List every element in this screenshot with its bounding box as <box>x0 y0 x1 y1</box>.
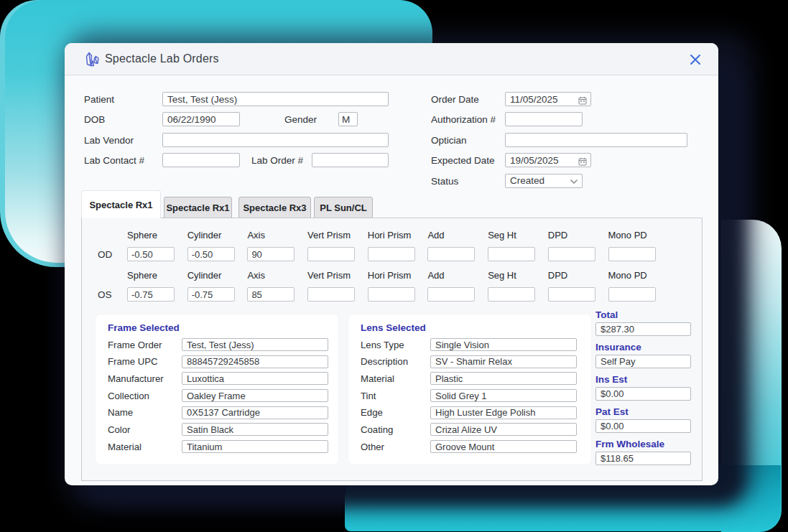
frame-upc-label: Frame UPC <box>108 356 182 367</box>
frm-wholesale-input[interactable] <box>595 452 691 465</box>
frame-color-label: Color <box>108 424 182 435</box>
rx-col-header: Hori Prism <box>368 230 428 241</box>
os-cylinder-input[interactable] <box>187 287 235 302</box>
rx-col-header: DPD <box>548 270 608 281</box>
lens-coating-input[interactable] <box>430 423 577 436</box>
gender-label: Gender <box>284 113 317 126</box>
page-title: Spectacle Lab Orders <box>105 52 219 65</box>
lab-vendor-input[interactable] <box>162 133 389 147</box>
frame-manufacturer-label: Manufacturer <box>108 373 182 384</box>
patient-label: Patient <box>84 93 114 106</box>
rx-col-header: Vert Prism <box>307 230 368 241</box>
total-label: Total <box>595 309 691 320</box>
tab-pl-sun-cl[interactable]: PL Sun/CL <box>314 197 373 218</box>
od-dpd-input[interactable] <box>548 247 595 261</box>
lens-edge-input[interactable] <box>430 406 577 419</box>
rx-col-header: Seg Ht <box>488 230 548 241</box>
frame-selected-title: Frame Selected <box>108 322 180 333</box>
frame-color-row: Color <box>108 423 327 436</box>
insurance-input[interactable] <box>595 355 691 368</box>
os-mono-pd-input[interactable] <box>608 287 656 302</box>
tab-spectacle-rx3[interactable]: Spectacle Rx3 <box>238 197 311 218</box>
os-dpd-input[interactable] <box>548 287 595 302</box>
lens-tint-input[interactable] <box>430 389 577 402</box>
lab-order-input[interactable] <box>312 153 389 167</box>
os-hori-prism-input[interactable] <box>368 287 415 302</box>
dob-label: DOB <box>84 113 105 126</box>
frame-name-label: Name <box>108 407 182 418</box>
os-axis-input[interactable] <box>247 287 295 302</box>
rx-col-header: Mono PD <box>608 270 669 281</box>
status-select[interactable]: Created <box>505 174 583 188</box>
rx-od-header-row: Sphere Cylinder Axis Vert Prism Hori Pri… <box>96 230 668 241</box>
od-axis-input[interactable] <box>247 247 295 261</box>
rx-col-header: Add <box>427 270 488 281</box>
authorization-label: Authorization # <box>431 113 496 126</box>
os-seg-ht-input[interactable] <box>488 287 535 302</box>
od-vert-prism-input[interactable] <box>307 247 355 261</box>
patient-input[interactable] <box>162 92 389 106</box>
lab-contact-input[interactable] <box>162 153 240 167</box>
frame-collection-input[interactable] <box>182 389 328 402</box>
os-vert-prism-input[interactable] <box>307 287 355 302</box>
lens-material-label: Material <box>361 373 430 384</box>
rx-col-header: Sphere <box>127 270 187 281</box>
lens-selected-card: Lens Selected Lens Type Description Mate… <box>348 314 592 465</box>
expected-date-label: Expected Date <box>431 154 495 167</box>
frame-color-input[interactable] <box>182 423 328 436</box>
status-label: Status <box>431 175 458 188</box>
calendar-icon[interactable] <box>575 153 590 167</box>
frame-manufacturer-input[interactable] <box>182 372 328 385</box>
lens-edge-label: Edge <box>361 407 430 418</box>
frm-wholesale-label: Frm Wholesale <box>595 439 691 449</box>
od-cylinder-input[interactable] <box>187 247 235 261</box>
od-add-input[interactable] <box>427 247 475 261</box>
lens-other-input[interactable] <box>430 440 577 453</box>
frame-collection-row: Collection <box>108 389 327 402</box>
order-date-label: Order Date <box>431 93 479 106</box>
rx-eye-os: OS <box>96 287 127 302</box>
rx-col-header: Axis <box>247 230 307 241</box>
frame-order-input[interactable] <box>182 338 328 351</box>
od-hori-prism-input[interactable] <box>368 247 415 261</box>
od-mono-pd-input[interactable] <box>608 247 656 261</box>
lens-type-input[interactable] <box>430 338 577 351</box>
frame-order-label: Frame Order <box>108 340 182 350</box>
rx-col-header: Seg Ht <box>488 270 548 281</box>
dob-input[interactable] <box>162 112 240 126</box>
od-sphere-input[interactable] <box>127 247 175 261</box>
lens-description-input[interactable] <box>430 355 577 368</box>
lens-description-label: Description <box>361 356 430 367</box>
rx-col-header: Sphere <box>127 230 187 241</box>
lab-order-label: Lab Order # <box>251 154 303 167</box>
crystals-icon <box>83 50 102 69</box>
frame-upc-input[interactable] <box>182 355 328 368</box>
ins-est-input[interactable] <box>595 387 691 401</box>
os-sphere-input[interactable] <box>127 287 175 302</box>
frame-manufacturer-row: Manufacturer <box>108 372 327 385</box>
frame-selected-card: Frame Selected Frame Order Frame UPC Man… <box>95 314 339 465</box>
authorization-input[interactable] <box>505 112 583 126</box>
tab-spectacle-rx1[interactable]: Spectacle Rx1 <box>81 190 161 218</box>
calendar-icon[interactable] <box>575 92 590 106</box>
lab-vendor-label: Lab Vendor <box>84 134 134 147</box>
tab-spectacle-rx1-b[interactable]: Spectacle Rx1 <box>164 197 232 218</box>
lab-contact-label: Lab Contact # <box>84 154 144 167</box>
total-input[interactable] <box>595 322 691 336</box>
lens-other-row: Other <box>361 440 580 453</box>
optician-input[interactable] <box>505 133 687 147</box>
gender-input[interactable] <box>338 112 358 126</box>
lens-coating-row: Coating <box>361 423 580 436</box>
close-icon[interactable] <box>687 51 704 68</box>
od-seg-ht-input[interactable] <box>488 247 535 261</box>
pat-est-input[interactable] <box>595 419 691 433</box>
lens-material-input[interactable] <box>430 372 577 385</box>
status-value: Created <box>510 175 544 186</box>
spectacle-lab-orders-dialog: Spectacle Lab Orders Patient DOB Gender … <box>65 43 718 485</box>
lens-selected-title: Lens Selected <box>361 322 426 333</box>
lens-material-row: Material <box>361 372 580 385</box>
frame-material-input[interactable] <box>182 440 328 453</box>
frame-name-input[interactable] <box>182 406 328 419</box>
os-add-input[interactable] <box>427 287 475 302</box>
dialog-titlebar: Spectacle Lab Orders <box>65 43 718 75</box>
